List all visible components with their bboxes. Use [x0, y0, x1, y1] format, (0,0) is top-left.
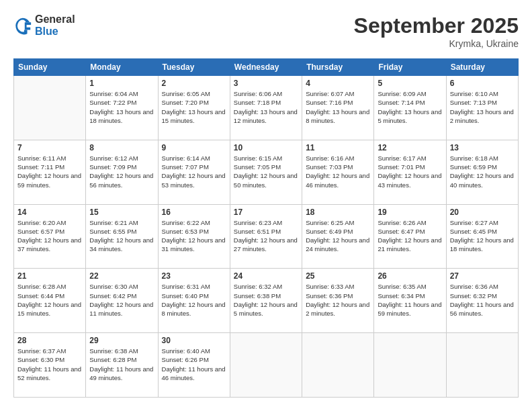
calendar-cell: 5Sunrise: 6:09 AMSunset: 7:14 PMDaylight…: [374, 76, 446, 140]
day-info: Sunrise: 6:20 AMSunset: 6:57 PMDaylight:…: [17, 218, 82, 254]
calendar-week-row: 21Sunrise: 6:28 AMSunset: 6:44 PMDayligh…: [14, 269, 519, 333]
header-saturday: Saturday: [446, 59, 518, 76]
day-number: 3: [234, 79, 298, 88]
calendar-table: Sunday Monday Tuesday Wednesday Thursday…: [13, 58, 519, 398]
day-info: Sunrise: 6:38 AMSunset: 6:28 PMDaylight:…: [89, 347, 154, 382]
calendar-cell: [14, 76, 86, 140]
day-info: Sunrise: 6:25 AMSunset: 6:49 PMDaylight:…: [306, 218, 370, 254]
day-number: 14: [17, 208, 82, 217]
day-number: 5: [378, 79, 442, 88]
day-number: 28: [17, 336, 82, 345]
day-number: 23: [162, 271, 226, 281]
logo-blue-text: Blue: [35, 26, 75, 38]
title-block: September 2025 Krymka, Ukraine: [354, 13, 519, 49]
weekday-header-row: Sunday Monday Tuesday Wednesday Thursday…: [14, 59, 519, 76]
day-number: 8: [89, 143, 154, 152]
day-info: Sunrise: 6:15 AMSunset: 7:05 PMDaylight:…: [234, 154, 298, 189]
header: General Blue September 2025 Krymka, Ukra…: [13, 13, 519, 49]
calendar-cell: 27Sunrise: 6:36 AMSunset: 6:32 PMDayligh…: [446, 269, 518, 333]
day-number: 10: [234, 143, 298, 152]
day-info: Sunrise: 6:36 AMSunset: 6:32 PMDaylight:…: [450, 282, 515, 318]
calendar-week-row: 28Sunrise: 6:37 AMSunset: 6:30 PMDayligh…: [14, 333, 519, 398]
logo: General Blue: [13, 13, 75, 37]
day-number: 11: [306, 143, 370, 152]
day-number: 22: [89, 271, 154, 281]
day-info: Sunrise: 6:04 AMSunset: 7:22 PMDaylight:…: [89, 89, 154, 125]
day-number: 17: [234, 208, 298, 217]
calendar-cell: 14Sunrise: 6:20 AMSunset: 6:57 PMDayligh…: [14, 204, 86, 269]
header-thursday: Thursday: [302, 59, 374, 76]
calendar-cell: 29Sunrise: 6:38 AMSunset: 6:28 PMDayligh…: [86, 333, 158, 398]
calendar-cell: 19Sunrise: 6:26 AMSunset: 6:47 PMDayligh…: [374, 204, 446, 269]
day-number: 30: [162, 336, 226, 345]
calendar-cell: 17Sunrise: 6:23 AMSunset: 6:51 PMDayligh…: [230, 204, 302, 269]
day-number: 16: [162, 208, 226, 217]
calendar-cell: 6Sunrise: 6:10 AMSunset: 7:13 PMDaylight…: [446, 76, 518, 140]
day-info: Sunrise: 6:14 AMSunset: 7:07 PMDaylight:…: [162, 154, 226, 189]
calendar-cell: 23Sunrise: 6:31 AMSunset: 6:40 PMDayligh…: [158, 269, 230, 333]
day-number: 21: [17, 271, 82, 281]
day-info: Sunrise: 6:09 AMSunset: 7:14 PMDaylight:…: [378, 89, 442, 125]
calendar-week-row: 14Sunrise: 6:20 AMSunset: 6:57 PMDayligh…: [14, 204, 519, 269]
day-number: 6: [450, 79, 515, 88]
header-sunday: Sunday: [14, 59, 86, 76]
calendar-cell: 1Sunrise: 6:04 AMSunset: 7:22 PMDaylight…: [86, 76, 158, 140]
day-info: Sunrise: 6:06 AMSunset: 7:18 PMDaylight:…: [234, 89, 298, 125]
calendar-cell: 26Sunrise: 6:35 AMSunset: 6:34 PMDayligh…: [374, 269, 446, 333]
day-info: Sunrise: 6:27 AMSunset: 6:45 PMDaylight:…: [450, 218, 515, 254]
calendar-cell: 3Sunrise: 6:06 AMSunset: 7:18 PMDaylight…: [230, 76, 302, 140]
day-number: 13: [450, 143, 515, 152]
day-number: 24: [234, 271, 298, 281]
calendar-cell: 18Sunrise: 6:25 AMSunset: 6:49 PMDayligh…: [302, 204, 374, 269]
day-info: Sunrise: 6:07 AMSunset: 7:16 PMDaylight:…: [306, 89, 370, 125]
calendar-cell: 10Sunrise: 6:15 AMSunset: 7:05 PMDayligh…: [230, 140, 302, 204]
logo-icon: [13, 16, 32, 35]
day-info: Sunrise: 6:32 AMSunset: 6:38 PMDaylight:…: [234, 282, 298, 318]
calendar-week-row: 1Sunrise: 6:04 AMSunset: 7:22 PMDaylight…: [14, 76, 519, 140]
calendar-cell: 30Sunrise: 6:40 AMSunset: 6:26 PMDayligh…: [158, 333, 230, 398]
calendar-cell: 8Sunrise: 6:12 AMSunset: 7:09 PMDaylight…: [86, 140, 158, 204]
day-number: 2: [162, 79, 226, 88]
day-info: Sunrise: 6:21 AMSunset: 6:55 PMDaylight:…: [89, 218, 154, 254]
calendar-cell: 15Sunrise: 6:21 AMSunset: 6:55 PMDayligh…: [86, 204, 158, 269]
calendar-cell: 25Sunrise: 6:33 AMSunset: 6:36 PMDayligh…: [302, 269, 374, 333]
header-wednesday: Wednesday: [230, 59, 302, 76]
day-info: Sunrise: 6:11 AMSunset: 7:11 PMDaylight:…: [17, 154, 82, 189]
day-info: Sunrise: 6:10 AMSunset: 7:13 PMDaylight:…: [450, 89, 515, 125]
day-number: 1: [89, 79, 154, 88]
day-number: 4: [306, 79, 370, 88]
day-number: 19: [378, 208, 442, 217]
page: General Blue September 2025 Krymka, Ukra…: [0, 0, 532, 411]
calendar-cell: 12Sunrise: 6:17 AMSunset: 7:01 PMDayligh…: [374, 140, 446, 204]
day-info: Sunrise: 6:22 AMSunset: 6:53 PMDaylight:…: [162, 218, 226, 254]
day-number: 27: [450, 271, 515, 281]
calendar-cell: 20Sunrise: 6:27 AMSunset: 6:45 PMDayligh…: [446, 204, 518, 269]
day-info: Sunrise: 6:37 AMSunset: 6:30 PMDaylight:…: [17, 347, 82, 382]
calendar-cell: 13Sunrise: 6:18 AMSunset: 6:59 PMDayligh…: [446, 140, 518, 204]
day-number: 9: [162, 143, 226, 152]
day-info: Sunrise: 6:40 AMSunset: 6:26 PMDaylight:…: [162, 347, 226, 382]
calendar-cell: [374, 333, 446, 398]
calendar-cell: 2Sunrise: 6:05 AMSunset: 7:20 PMDaylight…: [158, 76, 230, 140]
calendar-cell: 11Sunrise: 6:16 AMSunset: 7:03 PMDayligh…: [302, 140, 374, 204]
calendar-cell: [302, 333, 374, 398]
calendar-cell: [230, 333, 302, 398]
day-info: Sunrise: 6:12 AMSunset: 7:09 PMDaylight:…: [89, 154, 154, 189]
calendar-cell: 21Sunrise: 6:28 AMSunset: 6:44 PMDayligh…: [14, 269, 86, 333]
day-info: Sunrise: 6:28 AMSunset: 6:44 PMDaylight:…: [17, 282, 82, 318]
day-info: Sunrise: 6:23 AMSunset: 6:51 PMDaylight:…: [234, 218, 298, 254]
day-number: 26: [378, 271, 442, 281]
day-number: 15: [89, 208, 154, 217]
day-info: Sunrise: 6:26 AMSunset: 6:47 PMDaylight:…: [378, 218, 442, 254]
header-monday: Monday: [86, 59, 158, 76]
day-info: Sunrise: 6:35 AMSunset: 6:34 PMDaylight:…: [378, 282, 442, 318]
calendar-cell: 28Sunrise: 6:37 AMSunset: 6:30 PMDayligh…: [14, 333, 86, 398]
calendar-cell: 24Sunrise: 6:32 AMSunset: 6:38 PMDayligh…: [230, 269, 302, 333]
calendar-cell: 7Sunrise: 6:11 AMSunset: 7:11 PMDaylight…: [14, 140, 86, 204]
day-info: Sunrise: 6:05 AMSunset: 7:20 PMDaylight:…: [162, 89, 226, 125]
logo-general-text: General: [35, 13, 75, 26]
day-number: 25: [306, 271, 370, 281]
day-info: Sunrise: 6:17 AMSunset: 7:01 PMDaylight:…: [378, 154, 442, 189]
calendar-cell: 9Sunrise: 6:14 AMSunset: 7:07 PMDaylight…: [158, 140, 230, 204]
day-info: Sunrise: 6:16 AMSunset: 7:03 PMDaylight:…: [306, 154, 370, 189]
